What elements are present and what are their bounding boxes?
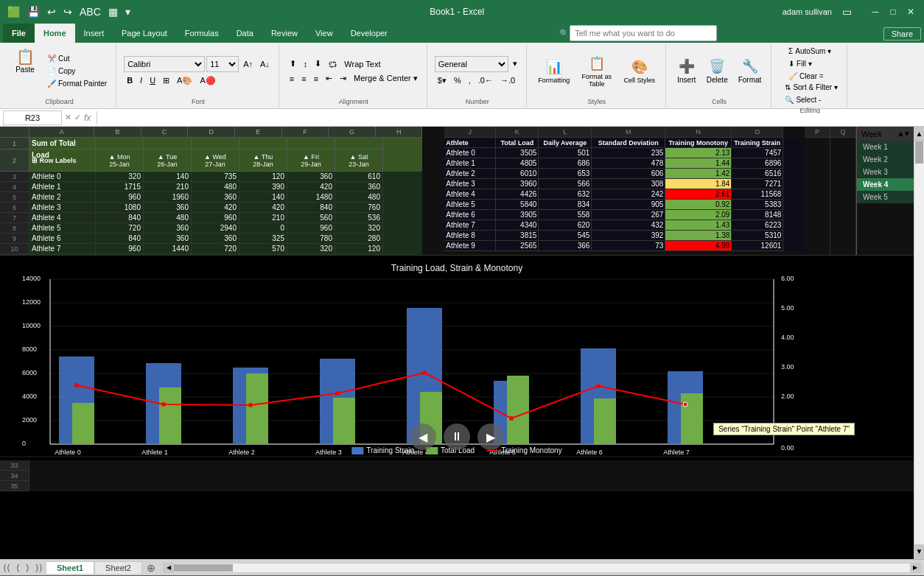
scroll-thumb[interactable] [915, 141, 923, 164]
sheet1-tab[interactable]: Sheet1 [46, 561, 94, 574]
a1-sat[interactable]: 360 [335, 182, 383, 192]
week-3-item[interactable]: Week 3 [857, 166, 914, 178]
paste-button[interactable]: 📋 Paste [9, 47, 41, 96]
week-4-item[interactable]: Week 4 [857, 178, 914, 191]
prev-button[interactable]: ◀ [410, 424, 436, 450]
scroll-up-button[interactable]: ▲ [914, 127, 924, 141]
a0-tue[interactable]: 140 [144, 172, 192, 182]
decrease-decimal-button[interactable]: .0← [475, 74, 496, 86]
font-name-select[interactable]: Calibri [124, 56, 205, 72]
sheet-nav-prev[interactable]: ⟨ [13, 563, 23, 573]
next-button[interactable]: ▶ [477, 424, 504, 450]
tab-page-layout[interactable]: Page Layout [113, 24, 176, 43]
format-as-table-button[interactable]: 📋 Format as Table [577, 53, 617, 90]
format-button[interactable]: 🔧 Format [735, 56, 766, 86]
font-size-select[interactable]: 11 [206, 56, 239, 72]
scroll-left-button[interactable]: ◀ [164, 563, 174, 572]
insert-button[interactable]: ➕ Insert [673, 56, 700, 86]
find-select-button[interactable]: 🔍 Select - [782, 94, 841, 105]
cut-button[interactable]: ✂️ Cut [44, 53, 110, 64]
excel-icon[interactable]: 🟩 [6, 6, 21, 18]
add-sheet-button[interactable]: ⊕ [142, 562, 160, 574]
comma-button[interactable]: , [466, 74, 474, 86]
row-label-header[interactable]: ⊞ Row Labels [29, 150, 96, 172]
formula-validate-confirm[interactable]: ✓ [74, 113, 81, 122]
quick-access-more[interactable]: ▾ [124, 6, 132, 18]
underline-button[interactable]: U [147, 74, 158, 86]
save-button[interactable]: 💾 [26, 6, 41, 18]
undo-button[interactable]: ↩ [46, 6, 57, 18]
tab-developer[interactable]: Developer [342, 24, 396, 43]
close-button[interactable]: ✕ [903, 4, 918, 19]
a0-thu[interactable]: 120 [239, 172, 287, 182]
week-1-item[interactable]: Week 1 [857, 141, 914, 153]
pivot-title[interactable]: Sum of Total Load [29, 138, 96, 150]
share-button[interactable]: Share [883, 27, 921, 41]
increase-indent-button[interactable]: ⇥ [337, 72, 349, 85]
conditional-formatting-button[interactable]: 📊 Formatting [534, 57, 574, 86]
a1-tue[interactable]: 210 [144, 182, 192, 192]
chart-area[interactable]: Training Load, Strain & Monotony 14000 1… [0, 259, 914, 457]
wrap-text-button[interactable]: Wrap Text [341, 58, 383, 70]
sheet2-tab[interactable]: Sheet2 [94, 561, 142, 574]
align-left-button[interactable]: ≡ [287, 73, 297, 85]
a0-mon[interactable]: 320 [96, 172, 144, 182]
increase-decimal-button[interactable]: →.0 [497, 74, 518, 86]
tab-home[interactable]: Home [35, 24, 75, 43]
week-5-item[interactable]: Week 5 [857, 191, 914, 203]
italic-button[interactable]: I [137, 74, 145, 86]
a1-thu[interactable]: 390 [239, 182, 287, 192]
number-format-expand[interactable]: ▾ [510, 57, 520, 70]
pause-button[interactable]: ⏸ [444, 424, 470, 450]
autosum-button[interactable]: Σ AutoSum ▾ [785, 46, 834, 57]
number-format-select[interactable]: General [435, 56, 508, 72]
percent-button[interactable]: % [451, 74, 464, 86]
sort-filter-button[interactable]: ⇅ Sort & Filter ▾ [782, 82, 841, 93]
formula-input[interactable] [103, 113, 921, 122]
h-scroll-track[interactable] [174, 564, 910, 572]
tab-review[interactable]: Review [262, 24, 307, 43]
h-scroll-thumb[interactable] [174, 564, 233, 572]
cell-reference-input[interactable] [3, 110, 62, 125]
border-button[interactable]: ⊞ [160, 74, 172, 87]
a1-fri[interactable]: 420 [287, 182, 335, 192]
tab-data[interactable]: Data [228, 24, 262, 43]
scroll-right-button[interactable]: ▶ [910, 563, 920, 572]
cell-styles-button[interactable]: 🎨 Cell Styles [620, 57, 659, 86]
increase-font-button[interactable]: A↑ [240, 58, 256, 70]
sheet-nav-next[interactable]: ⟩ [23, 563, 32, 573]
delete-button[interactable]: 🗑️ Delete [703, 56, 732, 86]
redo-button[interactable]: ↪ [62, 6, 74, 18]
a0-sat[interactable]: 610 [335, 172, 383, 182]
vertical-scrollbar[interactable]: ▲ ▼ [914, 127, 924, 559]
formula-fx-icon[interactable]: fx [84, 113, 91, 123]
align-middle-button[interactable]: ↕ [301, 58, 311, 70]
tab-file[interactable]: File [3, 24, 35, 43]
a1-wed[interactable]: 480 [192, 182, 239, 192]
scroll-track[interactable] [914, 141, 924, 544]
sheet-nav-last[interactable]: ⟩⟩ [32, 563, 46, 573]
athlete0-label[interactable]: Athlete 0 [29, 172, 96, 182]
a0-fri[interactable]: 360 [287, 172, 335, 182]
merge-center-button[interactable]: Merge & Center ▾ [351, 72, 421, 85]
scroll-down-button[interactable]: ▼ [914, 544, 924, 559]
fill-button[interactable]: ⬇ Fill ▾ [785, 58, 834, 69]
tab-view[interactable]: View [307, 24, 342, 43]
ribbon-display-button[interactable]: ▭ [841, 6, 853, 18]
tab-insert[interactable]: Insert [75, 24, 113, 43]
decrease-indent-button[interactable]: ⇤ [323, 72, 335, 85]
align-right-button[interactable]: ≡ [311, 73, 321, 85]
horizontal-scrollbar[interactable]: ◀ ▶ [163, 563, 921, 573]
bold-button[interactable]: B [124, 74, 136, 86]
decrease-font-button[interactable]: A↓ [257, 58, 273, 70]
ath-0-name[interactable]: Athlete 0 [444, 148, 496, 158]
search-input[interactable] [570, 25, 717, 41]
maximize-button[interactable]: □ [886, 4, 900, 19]
font-color-button[interactable]: A🔴 [197, 74, 218, 87]
layout-button[interactable]: ▦ [107, 6, 119, 18]
clear-button[interactable]: 🧹 Clear = [785, 71, 834, 82]
align-bottom-button[interactable]: ⬇ [312, 57, 324, 70]
copy-button[interactable]: 📄 Copy [44, 66, 110, 77]
sheet-nav-first[interactable]: ⟨⟨ [0, 563, 13, 573]
text-direction-button[interactable]: ⮔ [326, 58, 340, 70]
